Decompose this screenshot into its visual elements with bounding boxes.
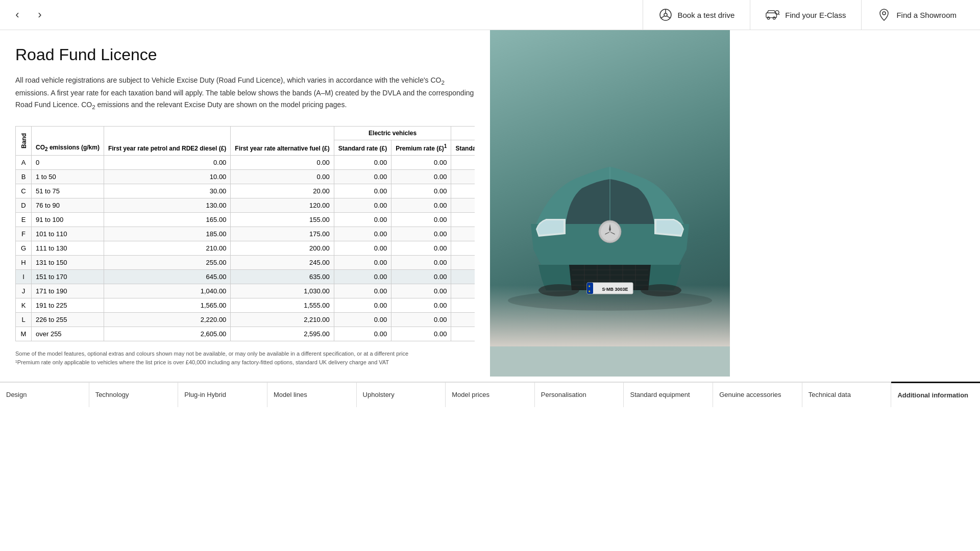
find-showroom-label: Find a Showroom xyxy=(896,11,957,19)
table-cell: 2,220.00 xyxy=(104,313,230,327)
table-cell: 0.00 xyxy=(334,313,391,327)
nav-technology[interactable]: Technology xyxy=(89,383,179,407)
table-cell: 0.00 xyxy=(334,298,391,313)
desc-part3: emissions and the relevant Excise Duty a… xyxy=(95,101,347,109)
table-cell: 2,210.00 xyxy=(231,313,334,327)
table-cell: 0.00 xyxy=(391,227,451,241)
table-cell: 0.00 xyxy=(391,213,451,227)
table-cell: 0.00 xyxy=(391,313,451,327)
table-cell: 10.00 xyxy=(104,170,230,184)
prev-arrow[interactable]: ‹ xyxy=(8,6,27,24)
table-cell: 185.00 xyxy=(104,227,230,241)
table-cell: G xyxy=(16,241,32,256)
svg-text:S·MB 3003E: S·MB 3003E xyxy=(602,287,628,292)
table-row: H131 to 150255.00245.000.000.00170.00560… xyxy=(16,256,475,270)
table-cell: 1,040.00 xyxy=(104,284,230,298)
table-cell: 0.00 xyxy=(334,270,391,284)
table-cell: 0.00 xyxy=(391,327,451,341)
desc-sub1: 2 xyxy=(442,79,445,86)
table-cell: 20.00 xyxy=(231,184,334,198)
table-cell: 170.00 xyxy=(451,298,475,313)
page-title: Road Fund Licence xyxy=(15,45,475,64)
table-cell: 0.00 xyxy=(334,227,391,241)
table-cell: 0.00 xyxy=(391,298,451,313)
svg-point-31 xyxy=(538,284,579,296)
table-cell: 1,565.00 xyxy=(104,298,230,313)
nav-standard-equipment[interactable]: Standard equipment xyxy=(624,383,713,407)
table-cell: 210.00 xyxy=(104,241,230,256)
nav-upholstery[interactable]: Upholstery xyxy=(357,383,446,407)
table-row: F101 to 110185.00175.000.000.00170.00560… xyxy=(16,227,475,241)
find-eclass-label: Find your E-Class xyxy=(785,11,846,19)
nav-design[interactable]: Design xyxy=(0,383,89,407)
road-fund-table: Band CO2 emissions (g/km) First year rat… xyxy=(15,126,475,341)
table-cell: 0.00 xyxy=(391,256,451,270)
electric-vehicles-header: Electric vehicles xyxy=(334,127,451,140)
table-cell: A xyxy=(16,156,32,170)
table-cell: 0.00 xyxy=(104,156,230,170)
nav-actions: Book a test drive Find your E-Class xyxy=(643,0,972,30)
table-cell: F xyxy=(16,227,32,241)
find-showroom-link[interactable]: Find a Showroom xyxy=(861,0,972,30)
table-cell: 170.00 xyxy=(451,241,475,256)
table-cell: 170.00 xyxy=(451,184,475,198)
nav-additional-information[interactable]: Additional information xyxy=(891,382,980,407)
table-cell: J xyxy=(16,284,32,298)
nav-genuine-accessories[interactable]: Genuine accessories xyxy=(713,383,802,407)
find-eclass-link[interactable]: Find your E-Class xyxy=(750,0,861,30)
svg-line-4 xyxy=(667,16,670,18)
svg-point-10 xyxy=(883,12,886,15)
table-cell: 30.00 xyxy=(104,184,230,198)
table-cell: C xyxy=(16,184,32,198)
svg-line-9 xyxy=(778,14,779,15)
first-year-alt-header: First year rate alternative fuel (£) xyxy=(231,127,334,156)
main-content: Road Fund Licence All road vehicle regis… xyxy=(0,30,980,377)
footnote-line1: Some of the model features, optional ext… xyxy=(15,349,475,358)
nav-model-lines[interactable]: Model lines xyxy=(267,383,357,407)
table-row: G111 to 130210.00200.000.000.00170.00560… xyxy=(16,241,475,256)
table-row: K191 to 2251,565.001,555.000.000.00170.0… xyxy=(16,298,475,313)
table-cell: 170.00 xyxy=(451,227,475,241)
table-cell: 645.00 xyxy=(104,270,230,284)
table-cell: 170.00 xyxy=(451,327,475,341)
table-cell: 170.00 xyxy=(451,213,475,227)
table-cell: B xyxy=(16,170,32,184)
table-cell: 0.00 xyxy=(391,241,451,256)
nav-model-prices[interactable]: Model prices xyxy=(446,383,535,407)
table-cell: 1,030.00 xyxy=(231,284,334,298)
table-cell: 0.00 xyxy=(334,256,391,270)
table-cell: 120.00 xyxy=(231,198,334,213)
table-cell: 165.00 xyxy=(104,213,230,227)
svg-point-32 xyxy=(641,284,681,296)
table-cell: 200.00 xyxy=(231,241,334,256)
table-row: B1 to 5010.000.000.000.00170.00560.00180… xyxy=(16,170,475,184)
table-cell: 91 to 100 xyxy=(32,213,104,227)
table-cell: 0.00 xyxy=(334,170,391,184)
book-test-drive-link[interactable]: Book a test drive xyxy=(643,0,750,30)
table-cell: 0.00 xyxy=(451,156,475,170)
table-header-row-1: Band CO2 emissions (g/km) First year rat… xyxy=(16,127,475,140)
page-description: All road vehicle registrations are subje… xyxy=(15,74,475,112)
next-arrow[interactable]: › xyxy=(31,6,49,24)
svg-text:★: ★ xyxy=(588,290,591,293)
table-cell: 170.00 xyxy=(451,270,475,284)
nav-arrows: ‹ › xyxy=(8,6,49,24)
nav-personalisation[interactable]: Personalisation xyxy=(535,383,624,407)
table-cell: L xyxy=(16,313,32,327)
footnote-line2: ¹Premium rate only applicable to vehicle… xyxy=(15,358,475,367)
table-cell: 0.00 xyxy=(391,284,451,298)
table-cell: 0.00 xyxy=(231,156,334,170)
table-cell: 0.00 xyxy=(391,184,451,198)
table-cell: 0.00 xyxy=(391,270,451,284)
table-cell: 2,595.00 xyxy=(231,327,334,341)
first-year-petrol-header: First year rate petrol and RDE2 diesel (… xyxy=(104,127,230,156)
table-cell: D xyxy=(16,198,32,213)
nav-technical-data[interactable]: Technical data xyxy=(802,383,892,407)
table-cell: 0.00 xyxy=(334,213,391,227)
table-row: D76 to 90130.00120.000.000.00170.00560.0… xyxy=(16,198,475,213)
table-cell: 0.00 xyxy=(334,184,391,198)
table-cell: 151 to 170 xyxy=(32,270,104,284)
nav-plugin-hybrid[interactable]: Plug-in Hybrid xyxy=(178,383,267,407)
table-cell: I xyxy=(16,270,32,284)
svg-text:★: ★ xyxy=(588,285,591,288)
